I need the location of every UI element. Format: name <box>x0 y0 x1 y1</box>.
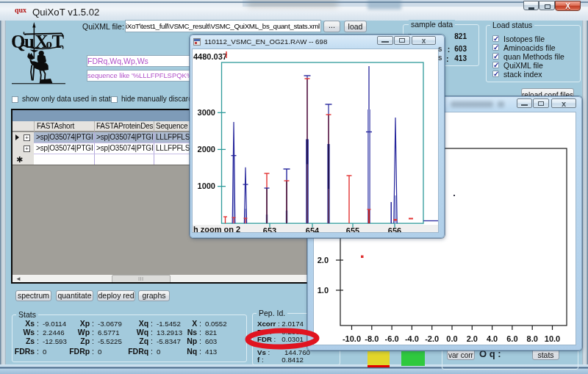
svg-text:-4.0: -4.0 <box>405 334 419 343</box>
svg-text:8.0: 8.0 <box>527 334 538 343</box>
svg-text:-6.0: -6.0 <box>385 334 399 343</box>
svg-text:654: 654 <box>306 226 320 233</box>
svg-text:10.0: 10.0 <box>545 334 560 343</box>
svg-text:1000: 1000 <box>198 181 215 190</box>
svg-text:-10.0: -10.0 <box>343 334 361 343</box>
svg-text:1.0: 1.0 <box>318 286 329 295</box>
svg-text:653: 653 <box>263 226 276 233</box>
svg-text:3000: 3000 <box>198 108 215 117</box>
svg-text:-2.0: -2.0 <box>425 334 439 343</box>
svg-text:655: 655 <box>346 226 359 233</box>
svg-text:6.0: 6.0 <box>506 334 517 343</box>
svg-text:0.0: 0.0 <box>446 334 457 343</box>
svg-text:2.0: 2.0 <box>318 256 329 265</box>
svg-text:-8.0: -8.0 <box>365 334 379 343</box>
svg-text:4480.037: 4480.037 <box>193 52 227 61</box>
svg-text:h zoom on 2: h zoom on 2 <box>193 225 240 233</box>
svg-text:4.0: 4.0 <box>487 334 498 343</box>
svg-text:656: 656 <box>388 226 401 233</box>
svg-text:2000: 2000 <box>198 145 215 154</box>
svg-text:2.0: 2.0 <box>467 334 478 343</box>
